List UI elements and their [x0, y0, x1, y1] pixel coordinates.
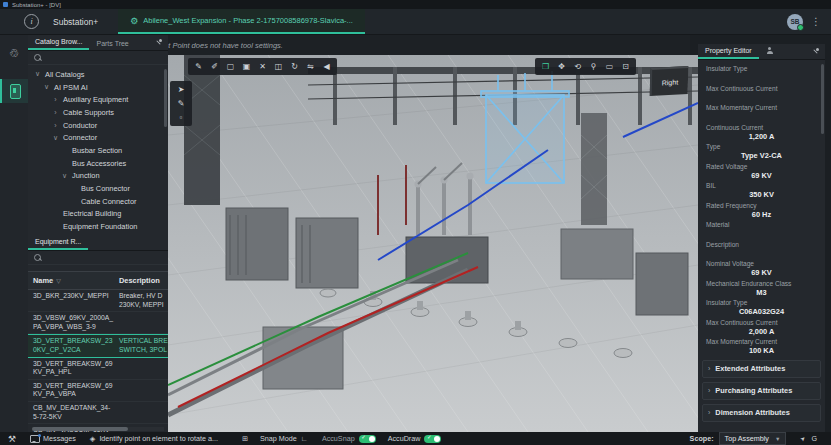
chevron-right-icon[interactable]: ›: [52, 122, 59, 129]
document-tab[interactable]: ⚙ Abilene_West Expansion - Phase 2-17570…: [118, 9, 365, 34]
property-scrollbar[interactable]: [821, 64, 824, 134]
cursor-icon[interactable]: ➤: [174, 83, 189, 96]
equipment-hscrollbar[interactable]: [32, 427, 164, 431]
property-value[interactable]: Type V2-CA: [706, 151, 817, 161]
app-home-icon[interactable]: i: [24, 14, 39, 29]
accudraw-toggle[interactable]: [424, 435, 441, 443]
tree-item[interactable]: Electrical Building: [28, 208, 168, 221]
table-row[interactable]: 3D_VERT_BREAKSW_230KV_CP_V2CAVERTICAL BR…: [28, 334, 168, 357]
property-value[interactable]: [706, 112, 817, 122]
accusnap-toggle[interactable]: [359, 435, 376, 443]
table-row[interactable]: 3D_VERT_BREAKSW_69KV_PA_VBPA: [28, 380, 168, 402]
chevron-down-icon[interactable]: ∨: [34, 70, 41, 78]
viewport-3d[interactable]: ✎✐▢▣✕◫↻⇋◀ ➤✎▫ ❒✥⟲⚲▭⊡ Right: [168, 55, 698, 432]
gear-icon: ⚙: [130, 16, 138, 26]
tab-catalog-browser[interactable]: Catalog Brow...: [28, 38, 89, 50]
property-value[interactable]: 100 KA: [706, 346, 817, 356]
pencil-icon[interactable]: ✎: [191, 60, 206, 73]
tab-parts-tree[interactable]: Parts Tree: [89, 40, 135, 50]
pen-icon[interactable]: ✐: [207, 60, 222, 73]
property-value[interactable]: 1,200 A: [706, 132, 817, 142]
column-name[interactable]: Name ▽: [28, 276, 114, 285]
zoom-magnifier-icon[interactable]: ⚲: [586, 60, 601, 73]
tree-item[interactable]: ∨Connector: [28, 131, 168, 144]
catalog-scrollbar[interactable]: [164, 69, 167, 127]
window-area-icon[interactable]: ⊡: [618, 60, 633, 73]
chevron-down-icon[interactable]: ∨: [61, 172, 68, 180]
delete-icon[interactable]: ✕: [255, 60, 270, 73]
messages-icon[interactable]: [30, 435, 40, 443]
equipment-search-input[interactable]: [28, 251, 168, 265]
property-value[interactable]: [706, 229, 817, 239]
pin-icon[interactable]: [812, 48, 820, 56]
property-value[interactable]: [706, 249, 817, 259]
property-value[interactable]: 69 KV: [706, 171, 817, 181]
chevron-down-icon[interactable]: ∨: [52, 134, 59, 142]
view-cube-icon[interactable]: ❒: [538, 60, 553, 73]
tree-item[interactable]: ∨AI PSM AI: [28, 81, 168, 94]
collapsed-section[interactable]: ›Purchasing Attributes: [702, 382, 821, 400]
copy-icon[interactable]: ▣: [239, 60, 254, 73]
messages-label[interactable]: Messages: [43, 434, 76, 443]
tab-property-editor[interactable]: Property Editor: [698, 47, 759, 59]
avatar[interactable]: SB: [787, 14, 803, 30]
tree-item[interactable]: Equipment Foundation: [28, 220, 168, 233]
property-value[interactable]: 350 KV: [706, 190, 817, 200]
tab-people[interactable]: [759, 47, 781, 59]
property-value[interactable]: [706, 93, 817, 103]
property-value[interactable]: C06A032G24: [706, 307, 817, 317]
scope-label: Scope:: [690, 434, 714, 443]
rotate-icon[interactable]: ↻: [287, 60, 302, 73]
table-row[interactable]: 3D_VERT_BREAKSW_69KV_PA_HPL: [28, 358, 168, 380]
flag-icon[interactable]: ◀: [319, 60, 334, 73]
tree-item[interactable]: Bus Accessories: [28, 157, 168, 170]
collapsed-section[interactable]: ›Dimension Attributes: [702, 404, 821, 422]
chevron-down-icon[interactable]: ∨: [43, 83, 50, 91]
tree-item[interactable]: Bus Connector: [28, 182, 168, 195]
tree-item[interactable]: ∨Junction: [28, 170, 168, 183]
selection-set-icon[interactable]: ⊞: [242, 434, 248, 443]
tree-item[interactable]: ∨All Catalogs: [28, 68, 168, 81]
tree-item[interactable]: ›Auxiliary Equipment: [28, 93, 168, 106]
orbit-icon[interactable]: ⟲: [570, 60, 585, 73]
pin-icon[interactable]: [155, 39, 163, 47]
property-label: BIL: [706, 181, 817, 190]
tree-item-label: Electrical Building: [63, 209, 121, 218]
view-cube[interactable]: Right: [650, 66, 688, 96]
sketch-icon[interactable]: ✎: [174, 97, 189, 110]
table-row[interactable]: CB_MV_DEADTANK_34-5-72-5KV: [28, 402, 168, 424]
column-description[interactable]: Description: [114, 276, 168, 285]
tree-item[interactable]: Cable Connector: [28, 195, 168, 208]
chevron-right-icon[interactable]: ›: [52, 109, 59, 116]
snap-mode-icon[interactable]: ∟: [301, 434, 308, 443]
select-area-icon[interactable]: ▢: [223, 60, 238, 73]
property-value[interactable]: [706, 73, 817, 83]
table-row[interactable]: 3D_VBSW_69KV_2000A_PA_VBPA_WBS_3-9: [28, 312, 168, 334]
catalog-search-input[interactable]: [28, 51, 168, 65]
property-value[interactable]: 60 Hz: [706, 210, 817, 220]
scope-value: Top Assembly: [725, 434, 769, 443]
tree-item[interactable]: Busbar Section: [28, 144, 168, 157]
app-tab[interactable]: Substation+: [53, 17, 98, 27]
scope-select[interactable]: Top Assembly ▼: [719, 432, 787, 445]
fit-view-icon[interactable]: ▭: [602, 60, 617, 73]
chevron-right-icon[interactable]: ›: [52, 96, 59, 103]
recycle-icon[interactable]: ♲: [0, 41, 28, 65]
sidebar-item-equipment-active[interactable]: [0, 79, 28, 103]
tree-item[interactable]: ›Conductor: [28, 119, 168, 132]
point-icon[interactable]: ▫: [174, 111, 189, 124]
property-value[interactable]: 69 KV: [706, 268, 817, 278]
more-menu-icon[interactable]: ⋮: [811, 16, 821, 27]
property-value[interactable]: M3: [706, 288, 817, 298]
table-row[interactable]: 3D_BKR_230KV_MEPPIBreaker, HV D 230KV, M…: [28, 290, 168, 312]
collapsed-section[interactable]: ›Extended Attributes: [702, 360, 821, 378]
pan-hand-icon[interactable]: ✥: [554, 60, 569, 73]
tools-wrench-icon[interactable]: ⚒: [8, 434, 16, 444]
modify-element-icon[interactable]: ◫: [271, 60, 286, 73]
mirror-icon[interactable]: ⇋: [303, 60, 318, 73]
snap-mode-label[interactable]: Snap Mode: [260, 434, 297, 443]
tree-item[interactable]: ›Cable Supports: [28, 106, 168, 119]
property-value[interactable]: 2,000 A: [706, 327, 817, 337]
filter-icon[interactable]: ▽: [56, 277, 61, 284]
tab-equipment-results[interactable]: Equipment R...: [28, 238, 88, 250]
